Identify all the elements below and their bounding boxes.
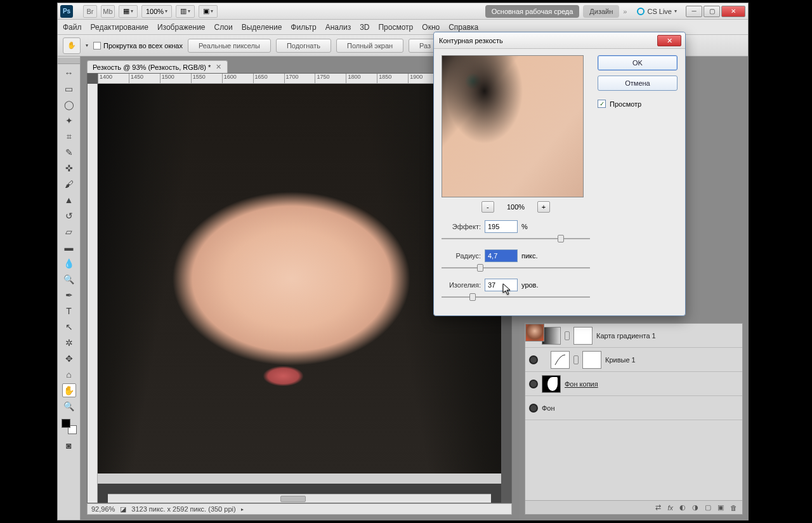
amount-slider[interactable] — [442, 234, 590, 243]
toolbox-handle[interactable] — [58, 58, 80, 64]
delete-icon[interactable]: 🗑 — [730, 504, 737, 512]
wand-tool-icon[interactable]: ✦ — [62, 114, 76, 128]
workspace-more-icon[interactable]: » — [623, 8, 627, 15]
scrollbar-horizontal[interactable] — [108, 494, 491, 503]
minimize-button[interactable]: ─ — [686, 6, 702, 17]
lasso-tool-icon[interactable]: ◯ — [62, 98, 76, 112]
workspace-design[interactable]: Дизайн — [583, 5, 619, 18]
menu-3d[interactable]: 3D — [360, 23, 369, 32]
mask-thumbnail[interactable] — [542, 375, 561, 393]
gradient-tool-icon[interactable]: ▬ — [62, 241, 76, 255]
dialog-close-button[interactable]: ✕ — [657, 35, 681, 46]
history-brush-icon[interactable]: ↺ — [62, 209, 76, 223]
fit-screen-button[interactable]: Подогнать — [276, 39, 331, 53]
menu-edit[interactable]: Редактирование — [91, 23, 148, 32]
zoom-out-button[interactable]: - — [481, 201, 494, 213]
layer-thumbnail[interactable] — [551, 351, 570, 369]
menu-window[interactable]: Окно — [422, 23, 440, 32]
shape-tool-icon[interactable]: ✲ — [62, 336, 76, 350]
layer-name[interactable]: Фон копия — [565, 380, 598, 388]
menu-file[interactable]: Файл — [63, 23, 82, 32]
blur-tool-icon[interactable]: 💧 — [62, 256, 76, 270]
menu-analysis[interactable]: Анализ — [325, 23, 351, 32]
adjustment-icon[interactable]: ◑ — [692, 503, 698, 512]
arrange-dd-1[interactable]: ▥▾ — [176, 5, 195, 18]
preview-checkbox[interactable]: ✓Просмотр — [598, 100, 678, 108]
status-arrow-icon[interactable]: ▸ — [241, 506, 244, 512]
mask-icon[interactable]: ◐ — [679, 503, 686, 512]
document-tab[interactable]: Резкость @ 93% (Резкость, RGB/8) * ✕ — [87, 60, 228, 73]
threshold-slider[interactable] — [442, 293, 590, 301]
pen-tool-icon[interactable]: ✒ — [62, 288, 76, 302]
minibridge-icon[interactable]: Mb — [101, 5, 115, 18]
zoom-dd[interactable]: 100%▾ — [141, 5, 172, 18]
radius-input[interactable] — [485, 249, 518, 262]
mask-thumbnail[interactable] — [582, 351, 601, 369]
move-tool-icon[interactable]: ↔ — [62, 66, 76, 80]
path-tool-icon[interactable]: ↖ — [62, 320, 76, 334]
healing-tool-icon[interactable]: ✜ — [62, 161, 76, 175]
menu-filter[interactable]: Фильтр — [291, 23, 316, 32]
layer-link-icon[interactable] — [573, 355, 579, 364]
marquee-tool-icon[interactable]: ▭ — [62, 82, 76, 96]
group-icon[interactable]: ▢ — [705, 503, 711, 512]
brush-tool-icon[interactable]: 🖌 — [62, 177, 76, 191]
3d-camera-icon[interactable]: ⌂ — [62, 367, 76, 381]
layer-thumbnail[interactable] — [542, 327, 561, 345]
preview-image[interactable] — [442, 55, 584, 197]
visibility-icon[interactable] — [529, 355, 538, 364]
layer-name[interactable]: Карта градиента 1 — [596, 332, 656, 340]
status-doc-info[interactable]: 3123 пикс. x 2592 пикс. (350 ppi) — [131, 505, 235, 513]
fx-icon[interactable]: fx — [667, 504, 673, 512]
layer-row[interactable]: Фон — [525, 396, 742, 420]
link-layers-icon[interactable]: ⇄ — [655, 503, 661, 512]
eraser-tool-icon[interactable]: ▱ — [62, 225, 76, 239]
menu-view[interactable]: Просмотр — [378, 23, 413, 32]
arrange-dd-2[interactable]: ▣▾ — [199, 5, 218, 18]
workspace-essentials[interactable]: Основная рабочая среда — [485, 5, 580, 18]
dodge-tool-icon[interactable]: 🔍 — [62, 272, 76, 286]
menu-layer[interactable]: Слои — [214, 23, 233, 32]
ok-button[interactable]: OK — [598, 55, 678, 70]
eyedropper-tool-icon[interactable]: ✎ — [62, 145, 76, 159]
scroll-all-windows-checkbox[interactable]: Прокрутка во всех окнах — [93, 42, 183, 50]
layer-row[interactable]: Кривые 1 — [525, 348, 742, 372]
menu-help[interactable]: Справка — [449, 23, 478, 32]
dialog-titlebar[interactable]: Контурная резкость ✕ — [434, 32, 685, 49]
amount-input[interactable] — [485, 220, 518, 233]
quickmask-icon[interactable]: ◙ — [62, 439, 76, 453]
crop-tool-icon[interactable]: ⌗ — [62, 129, 76, 143]
radius-slider[interactable] — [442, 263, 590, 272]
close-tab-icon[interactable]: ✕ — [214, 63, 222, 71]
menu-image[interactable]: Изображение — [157, 23, 206, 32]
cs-live-button[interactable]: CS Live▾ — [637, 8, 677, 15]
status-zoom[interactable]: 92,96% — [91, 505, 115, 513]
layer-name[interactable]: Фон — [542, 404, 555, 412]
threshold-input[interactable] — [485, 279, 518, 291]
zoom-in-button[interactable]: + — [537, 201, 550, 213]
stamp-tool-icon[interactable]: ▲ — [62, 193, 76, 207]
cancel-button[interactable]: Отмена — [598, 76, 678, 91]
status-icon[interactable]: ◪ — [120, 505, 126, 513]
menu-select[interactable]: Выделение — [242, 23, 282, 32]
layer-row[interactable]: Карта градиента 1 — [525, 324, 742, 348]
bridge-icon[interactable]: Br — [83, 5, 97, 18]
layer-thumbnail[interactable] — [525, 324, 544, 341]
layer-link-icon[interactable] — [565, 331, 570, 340]
new-layer-icon[interactable]: ▣ — [717, 503, 724, 512]
close-button[interactable]: ✕ — [721, 6, 745, 17]
mask-thumbnail[interactable] — [573, 327, 593, 345]
full-screen-button[interactable]: Полный экран — [336, 39, 403, 53]
actual-pixels-button[interactable]: Реальные пикселы — [188, 39, 271, 53]
zoom-tool-icon[interactable]: 🔍 — [62, 399, 76, 413]
3d-tool-icon[interactable]: ✥ — [62, 352, 76, 366]
layer-name[interactable]: Кривые 1 — [605, 356, 636, 364]
hand-tool-icon[interactable]: ✋ — [62, 383, 76, 397]
current-tool-hand-icon[interactable]: ✋ — [63, 37, 81, 54]
maximize-button[interactable]: ▢ — [704, 6, 720, 17]
visibility-icon[interactable] — [529, 380, 538, 388]
color-swatches[interactable] — [62, 419, 77, 434]
type-tool-icon[interactable]: T — [62, 304, 76, 318]
screen-mode-dd[interactable]: ▦▾ — [119, 5, 138, 18]
visibility-icon[interactable] — [529, 404, 538, 413]
